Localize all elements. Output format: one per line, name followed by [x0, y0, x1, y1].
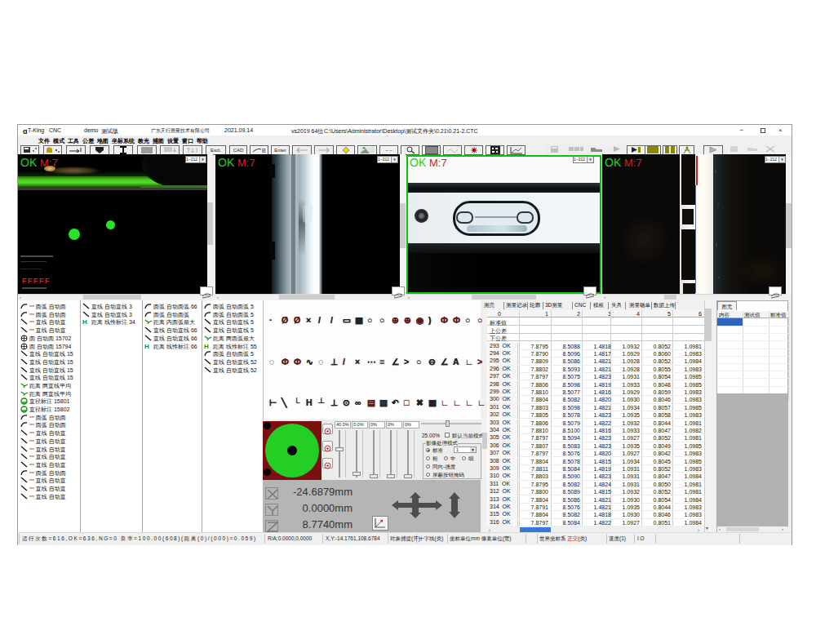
svg-text:B: B	[262, 148, 266, 153]
